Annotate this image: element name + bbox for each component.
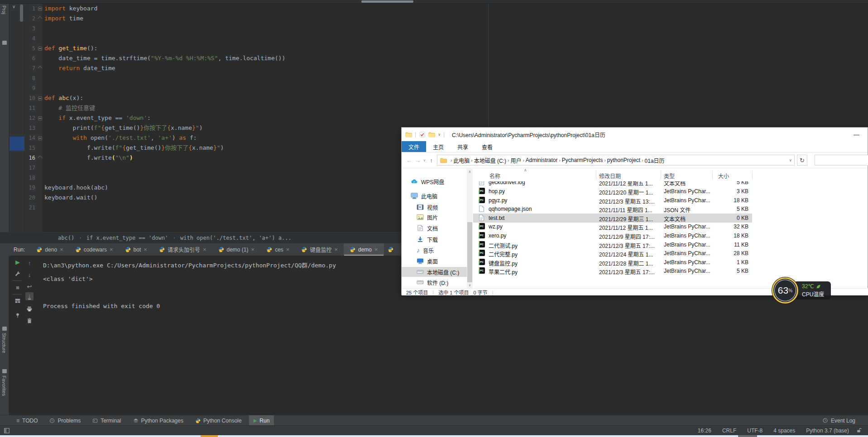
line-number[interactable]: 9: [24, 83, 35, 93]
code-line[interactable]: print(f"{get_time()}你按下了{x.name}"): [44, 123, 202, 133]
sidebar-item-音乐[interactable]: ♪音乐: [402, 245, 467, 255]
forward-button[interactable]: →: [413, 157, 422, 164]
column-header-修改日期[interactable]: 修改日期: [599, 172, 621, 180]
code-line[interactable]: def get_time():: [44, 43, 97, 53]
column-divider[interactable]: [661, 171, 661, 180]
code-line[interactable]: if x.event_type == 'down':: [44, 113, 151, 123]
ribbon-tab-文件[interactable]: 文件: [402, 141, 426, 152]
line-number[interactable]: 16: [24, 153, 35, 163]
column-header-大小[interactable]: 大小: [718, 172, 729, 180]
line-number[interactable]: 21: [24, 203, 35, 213]
line-number[interactable]: 7: [24, 63, 35, 73]
rerun-button[interactable]: ▶: [14, 258, 22, 266]
column-header-类型[interactable]: 类型: [664, 172, 675, 180]
sidebar-item-视频[interactable]: 视频: [402, 202, 467, 212]
file-row[interactable]: PCwz.py2021/11/12 星期五 1...JetBrains PyCh…: [473, 222, 752, 231]
status-widget[interactable]: CRLF: [722, 428, 736, 434]
run-tab[interactable]: demo×: [344, 243, 384, 256]
ribbon-tab-查看[interactable]: 查看: [475, 141, 499, 152]
toolwindow-tab-python-packages[interactable]: Python Packages: [129, 415, 188, 426]
sidebar-scrollbar[interactable]: ∧ ∨: [467, 169, 473, 288]
run-tab[interactable]: deno×: [30, 243, 69, 256]
address-input[interactable]: ›此电脑›本地磁盘 (C:)›用户›Administrator›PycharmP…: [437, 155, 795, 166]
breadcrumb-item[interactable]: abc(): [58, 235, 74, 241]
status-widget[interactable]: 4 spaces: [773, 428, 795, 434]
search-input[interactable]: [815, 155, 868, 166]
scrollbar-thumb[interactable]: [467, 222, 472, 282]
line-number[interactable]: 13: [24, 123, 35, 133]
ribbon-tab-主页[interactable]: 主页: [426, 141, 451, 152]
close-icon[interactable]: ×: [110, 246, 113, 253]
file-row[interactable]: PC二代完整.py2021/12/24 星期五 1...JetBrains Py…: [473, 249, 752, 258]
fold-marker-icon[interactable]: [38, 7, 42, 11]
code-line[interactable]: import keyboard: [44, 4, 97, 14]
sidebar-item-文档[interactable]: 文档: [402, 223, 467, 233]
line-number[interactable]: 12: [24, 113, 35, 123]
refresh-button[interactable]: ↻: [797, 155, 807, 166]
code-line[interactable]: date_time = time.strftime("%Y-%m-%d %H:%…: [44, 53, 285, 63]
line-number[interactable]: 20: [24, 193, 35, 203]
run-tab[interactable]: 键盘监控×: [295, 243, 344, 256]
favorites-tool-button[interactable]: Favorites: [1, 375, 7, 396]
line-number[interactable]: 4: [24, 33, 35, 43]
close-icon[interactable]: ×: [144, 246, 147, 253]
column-divider[interactable]: [712, 171, 713, 180]
code-line[interactable]: with open('./test.txt', 'a+') as f:: [44, 133, 197, 143]
toolwindow-tab-terminal[interactable]: Terminal: [88, 415, 125, 426]
code-line[interactable]: f.write(f"{get_time()}你按下了{x.name}"): [44, 143, 224, 153]
close-icon[interactable]: ×: [251, 246, 255, 253]
folder-icon[interactable]: [428, 132, 435, 138]
structure-tool-button[interactable]: Structure: [1, 333, 7, 353]
file-row[interactable]: PCpgyz.py2021/12/3 星期五 13:...JetBrains P…: [473, 196, 752, 205]
line-number[interactable]: 2: [24, 14, 35, 24]
scrollbar-thumb[interactable]: [361, 0, 413, 3]
up-button[interactable]: ↑: [427, 157, 436, 164]
line-number[interactable]: 5: [24, 43, 35, 53]
close-icon[interactable]: ×: [203, 246, 206, 253]
toolwindow-tab-run[interactable]: ▶Run: [249, 415, 274, 426]
stop-button[interactable]: ■: [14, 283, 22, 291]
line-number[interactable]: 17: [24, 163, 35, 173]
minimize-button[interactable]: —: [854, 128, 859, 141]
down-stacktrace-icon[interactable]: ↓: [25, 271, 34, 279]
qat-check-icon[interactable]: [419, 132, 426, 138]
recent-locations-dropdown-icon[interactable]: ∨: [422, 158, 427, 162]
column-divider[interactable]: [752, 171, 753, 180]
line-number[interactable]: 14: [24, 133, 35, 143]
address-crumb[interactable]: 用户: [510, 157, 521, 164]
fold-marker-icon[interactable]: [38, 47, 42, 51]
toolwindow-switcher-icon[interactable]: [4, 428, 10, 435]
status-widget[interactable]: Python 3.7 (base): [806, 428, 849, 434]
close-icon[interactable]: ×: [286, 246, 290, 253]
address-crumb[interactable]: Administrator: [526, 157, 558, 163]
explorer-title-bar[interactable]: | ∨ | C:\Users\Administrator\PycharmProj…: [402, 128, 868, 141]
structure-icon[interactable]: [2, 327, 7, 331]
run-tab[interactable]: demo (1)×: [212, 243, 261, 256]
line-number[interactable]: 19: [24, 183, 35, 193]
toolwindow-tab-python-console[interactable]: Python Console: [191, 415, 246, 426]
settings-wrench-icon[interactable]: [14, 270, 22, 278]
code-line[interactable]: def abc(x):: [44, 93, 83, 103]
favorites-icon[interactable]: [2, 369, 7, 373]
toolwindow-tab-problems[interactable]: Problems: [45, 415, 85, 426]
line-number[interactable]: 3: [24, 24, 35, 33]
run-tab[interactable]: 请求头加引号×: [153, 243, 212, 256]
column-divider[interactable]: [596, 171, 596, 180]
line-number[interactable]: 18: [24, 173, 35, 183]
ribbon-tab-共享[interactable]: 共享: [451, 141, 475, 152]
breadcrumb-item[interactable]: if x.event_type == 'down': [86, 235, 168, 241]
line-number[interactable]: 10: [24, 93, 35, 103]
line-number[interactable]: 8: [24, 73, 35, 83]
line-number[interactable]: 11: [24, 103, 35, 113]
sidebar-item-桌面[interactable]: 桌面: [402, 256, 467, 266]
sidebar-item-本地磁盘 (C:)[interactable]: 本地磁盘 (C:): [402, 267, 467, 277]
line-number[interactable]: 15: [24, 143, 35, 153]
file-row[interactable]: PC键盘监控.py2021/12/28 星期二 1...JetBrains Py…: [473, 258, 752, 267]
address-dropdown-icon[interactable]: ∨: [789, 158, 792, 162]
fold-marker-icon[interactable]: [38, 116, 42, 120]
close-icon[interactable]: ×: [334, 246, 338, 253]
status-widget[interactable]: UTF-8: [747, 428, 762, 434]
file-row[interactable]: test.txt2021/12/29 星期三 1...文本文档0 KB: [473, 214, 752, 223]
scroll-up-icon[interactable]: ∧: [467, 169, 473, 175]
run-tab[interactable]: bot×: [119, 243, 153, 256]
